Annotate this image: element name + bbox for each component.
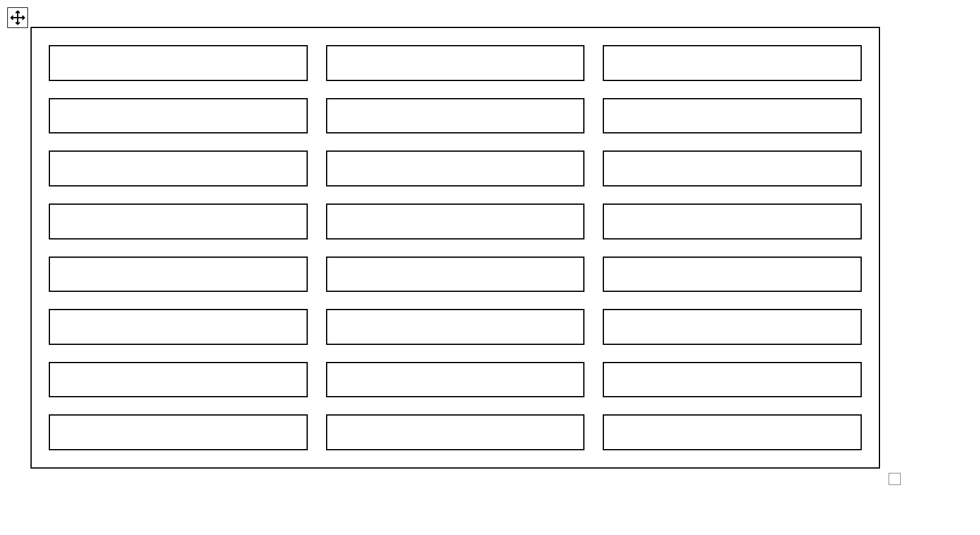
table-cell[interactable] xyxy=(603,257,862,292)
table-grid xyxy=(49,45,862,450)
table-cell[interactable] xyxy=(326,362,585,398)
table-cell[interactable] xyxy=(326,204,585,239)
table-cell[interactable] xyxy=(49,98,308,134)
table-cell[interactable] xyxy=(326,98,585,134)
table-cell[interactable] xyxy=(326,257,585,292)
table-cell[interactable] xyxy=(326,414,585,450)
resize-handle-icon[interactable] xyxy=(889,473,901,485)
table-cell[interactable] xyxy=(326,151,585,186)
table-cell[interactable] xyxy=(603,45,862,81)
table-cell[interactable] xyxy=(603,362,862,398)
table-cell[interactable] xyxy=(326,45,585,81)
table-container[interactable] xyxy=(30,27,880,469)
table-cell[interactable] xyxy=(49,45,308,81)
table-cell[interactable] xyxy=(603,309,862,345)
table-cell[interactable] xyxy=(326,309,585,345)
table-cell[interactable] xyxy=(49,414,308,450)
table-cell[interactable] xyxy=(603,204,862,239)
table-cell[interactable] xyxy=(603,98,862,134)
table-cell[interactable] xyxy=(603,414,862,450)
table-cell[interactable] xyxy=(49,309,308,345)
move-handle-icon[interactable] xyxy=(7,7,28,28)
table-cell[interactable] xyxy=(603,151,862,186)
table-cell[interactable] xyxy=(49,204,308,239)
table-cell[interactable] xyxy=(49,151,308,186)
table-cell[interactable] xyxy=(49,362,308,398)
table-cell[interactable] xyxy=(49,257,308,292)
